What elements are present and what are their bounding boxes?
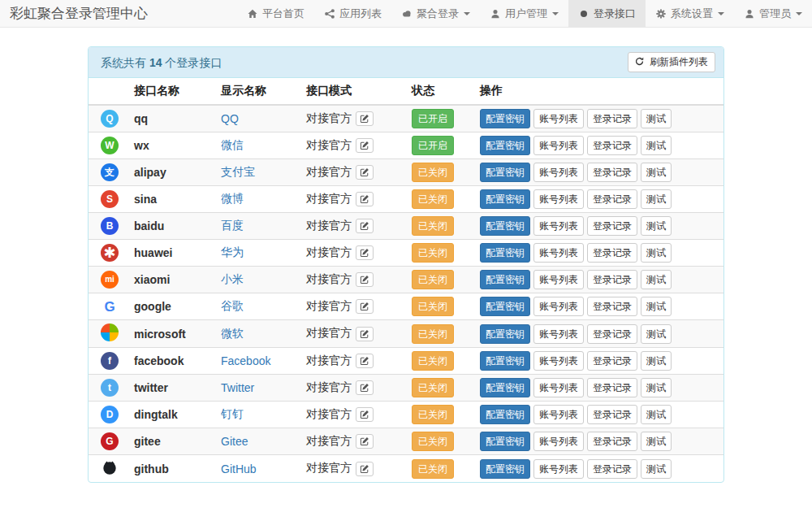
display-name-link[interactable]: 微信: [221, 138, 244, 151]
status-badge[interactable]: 已关闭: [412, 324, 454, 344]
action-button-2[interactable]: 账号列表: [533, 216, 584, 236]
nav-item-用户管理[interactable]: 用户管理: [480, 0, 568, 27]
action-button-3[interactable]: 登录记录: [587, 378, 637, 397]
edit-mode-button[interactable]: [356, 299, 374, 314]
action-button-3[interactable]: 登录记录: [587, 432, 637, 451]
action-button-2[interactable]: 账号列表: [533, 270, 584, 289]
action-button-1[interactable]: 配置密钥: [480, 109, 530, 128]
status-badge[interactable]: 已关闭: [412, 432, 454, 451]
action-button-1[interactable]: 配置密钥: [480, 189, 530, 209]
action-button-4[interactable]: 测试: [641, 405, 672, 424]
action-button-2[interactable]: 账号列表: [533, 432, 584, 451]
status-badge[interactable]: 已关闭: [412, 351, 454, 371]
action-button-3[interactable]: 登录记录: [587, 109, 637, 128]
action-button-1[interactable]: 配置密钥: [480, 136, 530, 155]
action-button-4[interactable]: 测试: [641, 189, 672, 209]
status-badge[interactable]: 已开启: [412, 136, 454, 155]
edit-mode-button[interactable]: [356, 380, 374, 395]
edit-mode-button[interactable]: [356, 165, 374, 180]
status-badge[interactable]: 已关闭: [412, 405, 454, 424]
edit-mode-button[interactable]: [356, 327, 374, 341]
status-badge[interactable]: 已关闭: [412, 216, 454, 236]
edit-mode-button[interactable]: [356, 192, 374, 206]
edit-mode-button[interactable]: [356, 354, 374, 368]
action-button-2[interactable]: 账号列表: [533, 163, 584, 182]
action-button-3[interactable]: 登录记录: [587, 324, 637, 344]
action-button-3[interactable]: 登录记录: [587, 216, 637, 236]
nav-item-平台首页[interactable]: 平台首页: [237, 0, 314, 27]
action-button-4[interactable]: 测试: [641, 270, 672, 289]
action-button-3[interactable]: 登录记录: [587, 243, 637, 263]
action-button-1[interactable]: 配置密钥: [480, 270, 530, 289]
action-button-3[interactable]: 登录记录: [587, 136, 637, 155]
status-badge[interactable]: 已关闭: [412, 270, 454, 289]
action-button-1[interactable]: 配置密钥: [480, 297, 530, 316]
edit-mode-button[interactable]: [356, 111, 374, 126]
edit-mode-button[interactable]: [356, 138, 374, 153]
action-button-3[interactable]: 登录记录: [587, 163, 637, 182]
action-button-2[interactable]: 账号列表: [533, 378, 584, 397]
nav-item-聚合登录[interactable]: 聚合登录: [391, 0, 480, 27]
action-button-3[interactable]: 登录记录: [587, 297, 637, 316]
status-badge[interactable]: 已关闭: [412, 243, 454, 263]
action-button-3[interactable]: 登录记录: [587, 351, 637, 371]
action-button-3[interactable]: 登录记录: [587, 459, 637, 479]
action-button-4[interactable]: 测试: [641, 163, 672, 182]
action-button-4[interactable]: 测试: [641, 243, 672, 263]
edit-mode-button[interactable]: [356, 462, 374, 476]
action-button-4[interactable]: 测试: [641, 351, 672, 371]
status-badge[interactable]: 已关闭: [412, 189, 454, 209]
display-name-link[interactable]: GitHub: [221, 462, 257, 475]
edit-mode-button[interactable]: [356, 272, 374, 287]
nav-item-登录接口[interactable]: 登录接口: [568, 0, 646, 27]
status-badge[interactable]: 已开启: [412, 109, 454, 128]
edit-mode-button[interactable]: [356, 407, 374, 422]
action-button-2[interactable]: 账号列表: [533, 351, 584, 371]
display-name-link[interactable]: 微博: [221, 192, 244, 205]
action-button-2[interactable]: 账号列表: [533, 109, 584, 128]
status-badge[interactable]: 已关闭: [412, 378, 454, 397]
action-button-1[interactable]: 配置密钥: [480, 378, 530, 397]
action-button-1[interactable]: 配置密钥: [480, 243, 530, 263]
action-button-2[interactable]: 账号列表: [533, 136, 584, 155]
display-name-link[interactable]: 支付宝: [221, 165, 255, 178]
display-name-link[interactable]: Facebook: [221, 354, 270, 367]
nav-item-应用列表[interactable]: 应用列表: [314, 0, 391, 27]
action-button-4[interactable]: 测试: [641, 136, 672, 155]
display-name-link[interactable]: Gitee: [221, 435, 248, 448]
display-name-link[interactable]: QQ: [221, 112, 239, 125]
display-name-link[interactable]: Twitter: [221, 381, 254, 394]
edit-mode-button[interactable]: [356, 434, 374, 449]
display-name-link[interactable]: 微软: [221, 327, 244, 340]
action-button-4[interactable]: 测试: [641, 109, 672, 128]
action-button-1[interactable]: 配置密钥: [480, 459, 530, 479]
action-button-4[interactable]: 测试: [641, 432, 672, 451]
action-button-1[interactable]: 配置密钥: [480, 432, 530, 451]
action-button-1[interactable]: 配置密钥: [480, 351, 530, 371]
action-button-3[interactable]: 登录记录: [587, 405, 637, 424]
action-button-4[interactable]: 测试: [641, 297, 672, 316]
action-button-1[interactable]: 配置密钥: [480, 405, 530, 424]
action-button-2[interactable]: 账号列表: [533, 459, 584, 479]
display-name-link[interactable]: 谷歌: [221, 299, 244, 312]
action-button-4[interactable]: 测试: [641, 378, 672, 397]
status-badge[interactable]: 已关闭: [412, 163, 454, 182]
nav-item-管理员[interactable]: 管理员: [734, 0, 812, 27]
action-button-1[interactable]: 配置密钥: [480, 324, 530, 344]
action-button-2[interactable]: 账号列表: [533, 297, 584, 316]
action-button-2[interactable]: 账号列表: [533, 189, 584, 209]
status-badge[interactable]: 已关闭: [412, 459, 454, 479]
display-name-link[interactable]: 钉钉: [221, 407, 244, 420]
action-button-2[interactable]: 账号列表: [533, 243, 584, 263]
action-button-4[interactable]: 测试: [641, 459, 672, 479]
display-name-link[interactable]: 华为: [221, 245, 244, 258]
edit-mode-button[interactable]: [356, 245, 374, 260]
action-button-3[interactable]: 登录记录: [587, 270, 637, 289]
action-button-2[interactable]: 账号列表: [533, 405, 584, 424]
edit-mode-button[interactable]: [356, 219, 374, 233]
action-button-3[interactable]: 登录记录: [587, 189, 637, 209]
action-button-1[interactable]: 配置密钥: [480, 163, 530, 182]
action-button-2[interactable]: 账号列表: [533, 324, 584, 344]
display-name-link[interactable]: 百度: [221, 219, 244, 232]
display-name-link[interactable]: 小米: [221, 272, 244, 285]
